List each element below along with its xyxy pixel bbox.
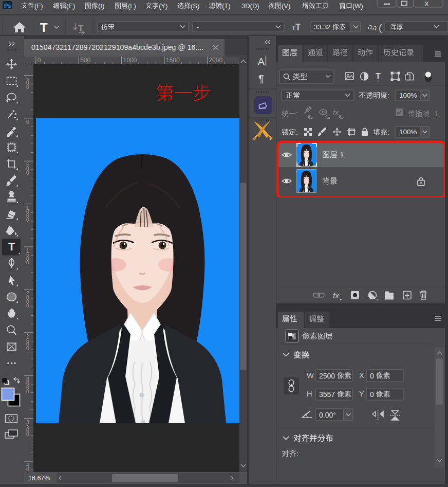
svg-text:H: H (307, 390, 312, 398)
svg-text:-: - (197, 23, 199, 31)
svg-text:0: 0 (26, 389, 29, 394)
svg-text:0: 0 (26, 84, 29, 90)
svg-text:33.32: 33.32 (314, 23, 331, 31)
svg-text:fx: fx (333, 291, 340, 300)
svg-text:0: 0 (26, 431, 29, 437)
svg-text:a: a (372, 23, 377, 32)
svg-text:100%: 100% (399, 92, 417, 99)
svg-text:500: 500 (80, 57, 90, 64)
svg-text:2000: 2000 (209, 57, 222, 64)
svg-text:(T): (T) (222, 2, 231, 10)
svg-text:W: W (307, 371, 314, 380)
svg-text:(E): (E) (66, 2, 75, 10)
svg-text:0: 0 (38, 57, 41, 64)
svg-text::: : (296, 128, 298, 136)
svg-text::: : (387, 128, 389, 136)
svg-text:(F): (F) (34, 2, 43, 10)
svg-text:¶: ¶ (258, 73, 264, 84)
svg-text::: : (387, 92, 389, 100)
svg-text:Ps: Ps (4, 3, 11, 9)
svg-text:T: T (78, 24, 84, 33)
svg-text:1: 1 (340, 150, 344, 159)
svg-text:(S): (S) (191, 2, 199, 10)
svg-text:(Y): (Y) (159, 2, 167, 10)
svg-text:1000: 1000 (123, 57, 137, 64)
svg-text:X: X (359, 371, 364, 380)
svg-text:(L): (L) (128, 2, 136, 10)
svg-text:Y: Y (359, 390, 364, 398)
svg-text:0: 0 (26, 217, 29, 223)
svg-text:T: T (8, 240, 15, 253)
svg-text:0: 0 (370, 390, 374, 399)
svg-text:015047321172897202129109a4bcde: 015047321172897202129109a4bcde3b.jpeg @ … (31, 43, 203, 51)
svg-text:T: T (292, 25, 295, 31)
svg-text:1: 1 (435, 110, 439, 118)
svg-text:a: a (368, 22, 372, 31)
svg-text::: : (296, 449, 298, 458)
svg-text:1500: 1500 (166, 57, 180, 64)
svg-text:0: 0 (26, 303, 29, 309)
svg-text:0: 0 (26, 260, 29, 265)
svg-text:(W): (W) (352, 2, 363, 10)
svg-text:T: T (40, 21, 48, 34)
svg-text:0: 0 (26, 346, 29, 351)
svg-text:0: 0 (26, 119, 29, 125)
svg-text:0.00°: 0.00° (319, 411, 336, 419)
svg-text::: : (296, 110, 298, 118)
svg-text:0: 0 (26, 170, 29, 176)
svg-text:(V): (V) (282, 2, 290, 10)
svg-text:0: 0 (370, 372, 374, 380)
svg-text:3D(D): 3D(D) (241, 2, 259, 10)
svg-text:16.67%: 16.67% (28, 475, 50, 482)
svg-text:(I): (I) (98, 2, 104, 10)
svg-text:100%: 100% (399, 128, 417, 136)
svg-text:A: A (258, 56, 265, 67)
svg-text:3557: 3557 (319, 390, 335, 399)
svg-text:X: X (424, 0, 429, 8)
svg-text:T: T (295, 22, 301, 32)
svg-text:(: ( (379, 22, 382, 33)
svg-text:T: T (376, 72, 381, 81)
svg-text:0: 0 (26, 466, 29, 472)
svg-text:fx: fx (333, 109, 339, 117)
svg-text:2500: 2500 (319, 372, 335, 380)
